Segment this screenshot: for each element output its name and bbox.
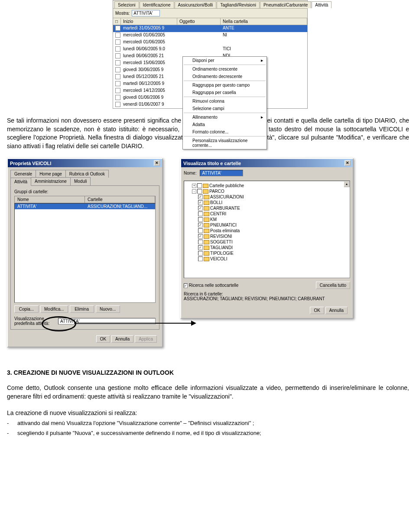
table-row[interactable]: lunedì 06/06/2005 9.0TICI bbox=[113, 46, 307, 53]
tree-item[interactable]: ASSICURAZIONI bbox=[198, 194, 348, 200]
document-icon bbox=[115, 60, 120, 65]
menu-item[interactable]: Adatta bbox=[183, 121, 266, 128]
tree-item[interactable]: TAGLIANDI bbox=[198, 245, 348, 250]
annulla-button[interactable]: Annulla bbox=[325, 307, 348, 314]
tab-moduli[interactable]: Moduli bbox=[70, 177, 91, 185]
folders-tree[interactable]: ▴ + Cartelle pubbliche- PARCO ASSICURAZI… bbox=[184, 181, 350, 278]
folder-icon bbox=[203, 189, 208, 194]
checkbox-icon[interactable] bbox=[198, 206, 203, 211]
table-row[interactable]: mercoledì 01/06/2005 bbox=[113, 39, 307, 46]
checkbox-icon[interactable] bbox=[198, 240, 203, 244]
col-oggetto[interactable]: Oggetto bbox=[177, 18, 221, 25]
table-row[interactable]: mercoledì 01/06/2005NI bbox=[113, 32, 307, 39]
checkbox-icon[interactable] bbox=[198, 251, 203, 256]
tree-item[interactable]: VEICOLI bbox=[198, 256, 348, 262]
checkbox-icon[interactable] bbox=[198, 200, 203, 205]
panel-tabs: SelezioniIdentificazioneAssicurazioni/Bo… bbox=[113, 0, 307, 9]
checkbox-icon[interactable] bbox=[198, 211, 203, 216]
tree-item[interactable]: + Cartelle pubbliche bbox=[192, 183, 348, 188]
tab-rubricadioutlook[interactable]: Rubrica di Outlook bbox=[65, 170, 109, 178]
tree-item[interactable]: SOGGETTI bbox=[198, 239, 348, 245]
document-icon bbox=[115, 32, 120, 38]
nome-field[interactable] bbox=[200, 170, 243, 176]
tree-item[interactable]: - PARCO bbox=[192, 188, 348, 194]
menu-item[interactable]: Rimuovi colonna bbox=[183, 97, 266, 105]
tab-tagliandirevisioni[interactable]: Tagliandi/Revisioni bbox=[217, 1, 260, 8]
checkbox-icon[interactable] bbox=[198, 234, 203, 239]
checkbox-icon[interactable] bbox=[198, 195, 203, 199]
outlook-activity-panel: SelezioniIdentificazioneAssicurazioni/Bo… bbox=[113, 0, 308, 109]
tab-assicurazionibolli[interactable]: Assicurazioni/Bolli bbox=[175, 1, 217, 8]
menu-item[interactable]: Ordinamento crescente bbox=[183, 65, 266, 73]
tab-attivit[interactable]: Attività bbox=[312, 1, 332, 8]
close-icon[interactable]: ✕ bbox=[344, 160, 351, 166]
scroll-up-icon[interactable]: ▴ bbox=[344, 181, 350, 187]
tree-item[interactable]: REVISIONI bbox=[198, 234, 348, 239]
document-icon bbox=[115, 67, 120, 72]
checkbox-icon[interactable] bbox=[198, 245, 203, 250]
copia-button[interactable]: Copia... bbox=[14, 305, 39, 313]
tab-homepage[interactable]: Home page bbox=[36, 170, 66, 178]
checkbox-icon[interactable] bbox=[198, 256, 203, 261]
close-icon[interactable]: ✕ bbox=[154, 160, 160, 166]
menu-item[interactable]: Formato colonne... bbox=[183, 128, 266, 136]
elimina-button[interactable]: Elimina bbox=[70, 305, 94, 313]
col-inizio[interactable]: Inizio bbox=[121, 18, 177, 25]
tree-item[interactable]: Posta eliminata bbox=[198, 228, 348, 234]
bullet-1: attivando dal menù Visualizza l'opzione … bbox=[14, 419, 409, 428]
menu-item[interactable]: Personalizza visualizzazione corrente... bbox=[183, 137, 266, 149]
tab-amministrazione[interactable]: Amministrazione bbox=[31, 177, 71, 185]
col-cartella[interactable]: Nella cartella bbox=[221, 18, 307, 25]
menu-item[interactable]: Raggruppa per casella bbox=[183, 89, 266, 96]
checkbox-icon[interactable] bbox=[198, 228, 203, 233]
col-icon[interactable]: □ bbox=[113, 18, 121, 25]
paragraph-3: La creazione di nuove visualizzazioni si… bbox=[7, 409, 409, 418]
dialogs-row: Proprietà VEICOLI ✕ GeneraleHome pageRub… bbox=[7, 158, 409, 347]
tree-item[interactable]: CENTRI bbox=[198, 211, 348, 217]
menu-item[interactable]: Allineamento bbox=[183, 114, 266, 121]
ricerca-label: Ricerca in 6 cartelle: bbox=[184, 292, 350, 296]
ricerca-sottocartelle-checkbox[interactable]: Ricerca nelle sottocartelle bbox=[184, 283, 238, 288]
cartelle-list[interactable]: ATTIVITA' ASSICURAZIONI;TAGLIAND... bbox=[14, 203, 156, 303]
paragraph-2: Come detto, Outlook consente una gestion… bbox=[7, 384, 409, 401]
folder-icon bbox=[204, 234, 209, 239]
tree-item[interactable]: TIPOLOGIE bbox=[198, 250, 348, 256]
folder-icon bbox=[204, 206, 209, 211]
column-context-menu[interactable]: Disponi perOrdinamento crescenteOrdiname… bbox=[182, 56, 267, 149]
tab-attivit[interactable]: Attività bbox=[10, 178, 31, 186]
tab-generale[interactable]: Generale bbox=[10, 170, 36, 178]
checkbox-icon[interactable] bbox=[197, 183, 202, 188]
dialog-title: Visualizza titolo e cartelle bbox=[183, 161, 241, 166]
menu-item[interactable]: Disponi per bbox=[183, 57, 266, 64]
tree-item[interactable]: CARBURANTE bbox=[198, 205, 348, 211]
checkbox-icon[interactable] bbox=[198, 217, 203, 222]
menu-item[interactable]: Raggruppa per questo campo bbox=[183, 81, 266, 89]
tab-identificazione[interactable]: Identificazione bbox=[140, 1, 174, 8]
col-cartelle-header[interactable]: Cartelle bbox=[85, 196, 155, 203]
cancella-tutto-button[interactable]: Cancella tutto bbox=[316, 282, 350, 289]
tab-selezioni[interactable]: Selezioni bbox=[114, 1, 139, 8]
list-item[interactable]: ATTIVITA' ASSICURAZIONI;TAGLIAND... bbox=[15, 204, 155, 209]
tree-item[interactable]: BOLLI bbox=[198, 200, 348, 205]
table-row[interactable]: martedì 31/05/2005 9ANTE bbox=[113, 25, 307, 32]
tree-item[interactable]: KM bbox=[198, 217, 348, 222]
col-nome-header[interactable]: Nome bbox=[15, 196, 85, 203]
tree-item[interactable]: PNEUMATICI bbox=[198, 222, 348, 228]
visualizza-cartelle-dialog: Visualizza titolo e cartelle ✕ Nome: ▴ +… bbox=[180, 158, 354, 319]
folder-icon bbox=[204, 246, 209, 250]
modifica-button[interactable]: Modifica... bbox=[40, 305, 68, 313]
ok-button[interactable]: OK bbox=[310, 307, 324, 314]
checkbox-icon[interactable] bbox=[198, 223, 203, 227]
menu-item[interactable]: Selezione campi bbox=[183, 105, 266, 112]
mostra-select[interactable]: ATTIVITA' bbox=[132, 10, 159, 16]
annulla-button[interactable]: Annulla bbox=[111, 335, 133, 343]
nome-label: Nome: bbox=[184, 171, 196, 175]
ok-button[interactable]: OK bbox=[96, 335, 110, 343]
applica-button: Applica bbox=[135, 335, 157, 343]
nuovo-button[interactable]: Nuovo... bbox=[96, 305, 120, 313]
menu-item[interactable]: Ordinamento decrescente bbox=[183, 73, 266, 80]
folder-icon bbox=[204, 229, 209, 233]
tab-pneumaticicarburante[interactable]: Pneumatici/Carburante bbox=[260, 1, 311, 8]
checkbox-icon[interactable] bbox=[197, 189, 202, 194]
arrow-annotation bbox=[74, 323, 195, 324]
